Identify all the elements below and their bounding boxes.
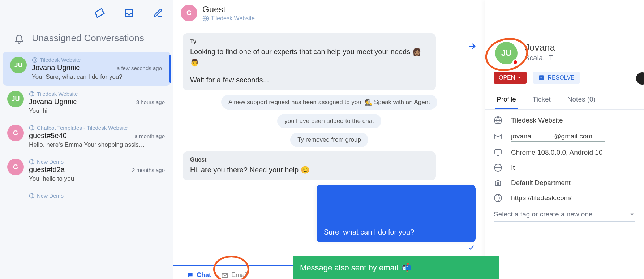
system-message: you have been added to the chat bbox=[277, 114, 381, 128]
email-toast: Message also sent by email 📬 bbox=[293, 256, 499, 279]
chat-panel: G Guest Tiledesk Website Ty Looking to f… bbox=[173, 0, 485, 279]
conv-source: Tiledesk Website bbox=[32, 57, 162, 63]
conv-time: a few seconds ago bbox=[117, 65, 162, 71]
sidebar: Unassigned Conversations JU Tiledesk Web… bbox=[0, 0, 173, 279]
conv-source: Tiledesk Website bbox=[29, 91, 165, 97]
compose-icon[interactable] bbox=[153, 8, 163, 18]
monitor-icon bbox=[494, 148, 503, 157]
conversation-item[interactable]: JU Tiledesk Website Jovana Ugrinic3 hour… bbox=[0, 86, 173, 120]
svg-rect-10 bbox=[495, 150, 501, 154]
field-url: https://tiledesk.com/ bbox=[494, 194, 635, 202]
avatar: G bbox=[7, 125, 24, 141]
status-row: OPEN RESOLVE bbox=[485, 72, 644, 91]
field-browser: Chrome 108.0.0.0, Android 10 bbox=[494, 148, 635, 157]
profile-name: Jovana bbox=[525, 42, 555, 53]
message-thread: Ty Looking to find one of our experts th… bbox=[173, 26, 485, 265]
tab-ticket[interactable]: Ticket bbox=[531, 91, 552, 109]
profile-header: JU Jovana Scala, IT bbox=[485, 42, 644, 72]
chevron-down-icon bbox=[629, 211, 635, 218]
avatar: JU bbox=[495, 42, 518, 64]
top-toolbar bbox=[0, 0, 173, 26]
mailbox-icon: 📬 bbox=[402, 263, 411, 272]
resolve-button[interactable]: RESOLVE bbox=[533, 72, 579, 84]
avatar: JU bbox=[7, 91, 24, 107]
guest-message: Guest Hi, are you there? Need your help … bbox=[183, 151, 436, 180]
inbox-icon[interactable] bbox=[124, 8, 134, 18]
chat-header: G Guest Tiledesk Website bbox=[173, 0, 485, 26]
field-website: Tiledesk Website bbox=[494, 116, 635, 125]
ticket-icon[interactable] bbox=[94, 8, 105, 18]
conv-source: Chatbot Templates - Tiledesk Website bbox=[29, 125, 165, 131]
conv-preview: You: Sure, what can I do for you? bbox=[32, 73, 162, 81]
bank-icon bbox=[494, 179, 503, 187]
chat-header-name: Guest bbox=[202, 4, 255, 14]
unassigned-title: Unassigned Conversations bbox=[32, 33, 144, 44]
globe-icon bbox=[494, 163, 503, 172]
tab-chat[interactable]: Chat bbox=[186, 271, 211, 279]
conversation-item[interactable]: New Demo bbox=[0, 188, 173, 204]
conv-source: New Demo bbox=[29, 193, 165, 199]
tag-select[interactable]: Select a tag or create a new one bbox=[494, 209, 635, 222]
avatar: G bbox=[181, 5, 197, 21]
status-dot bbox=[512, 59, 518, 65]
open-status-button[interactable]: OPEN bbox=[494, 72, 527, 84]
avatar: JU bbox=[10, 57, 27, 73]
profile-fields: Tiledesk Website Chrome 108.0.0.0, Andro… bbox=[485, 110, 644, 228]
avatar: G bbox=[7, 159, 24, 175]
tab-profile[interactable]: Profile bbox=[495, 91, 518, 109]
conversation-item[interactable]: G Chatbot Templates - Tiledesk Website g… bbox=[0, 120, 173, 154]
system-message: Ty removed from group bbox=[290, 133, 368, 147]
globe-icon bbox=[494, 116, 503, 125]
read-check-icon bbox=[468, 244, 475, 251]
email-input[interactable] bbox=[511, 131, 605, 142]
bot-message: Ty Looking to find one of our experts th… bbox=[183, 33, 436, 90]
unassigned-header: Unassigned Conversations bbox=[0, 26, 173, 52]
tab-notes[interactable]: Notes (0) bbox=[566, 91, 597, 109]
conv-source: New Demo bbox=[29, 159, 165, 165]
svg-rect-7 bbox=[539, 75, 544, 80]
conv-name: Jovana Ugrinic bbox=[32, 64, 80, 72]
mail-icon bbox=[494, 132, 503, 141]
expand-arrow-icon[interactable] bbox=[467, 41, 477, 51]
profile-location: Scala, IT bbox=[525, 54, 555, 62]
field-email bbox=[494, 131, 635, 142]
profile-panel: JU Jovana Scala, IT OPEN RESOLVE Profile… bbox=[485, 0, 644, 279]
field-locale: It bbox=[494, 163, 635, 172]
chat-header-source: Tiledesk Website bbox=[202, 15, 255, 22]
bell-icon[interactable] bbox=[14, 33, 25, 44]
conversation-item[interactable]: G New Demo guest#fd2a2 months ago You: h… bbox=[0, 154, 173, 188]
conversation-list: JU Tiledesk Website Jovana Ugrinica few … bbox=[0, 52, 173, 204]
tab-email[interactable]: Email bbox=[221, 271, 248, 279]
field-department: Default Department bbox=[494, 179, 635, 187]
profile-tabs: Profile Ticket Notes (0) bbox=[485, 91, 644, 110]
conversation-item[interactable]: JU Tiledesk Website Jovana Ugrinica few … bbox=[3, 52, 171, 86]
globe-icon bbox=[494, 194, 503, 202]
system-message: A new support request has been assigned … bbox=[221, 95, 437, 110]
agent-message: Sure, what can I do for you? bbox=[317, 185, 476, 242]
